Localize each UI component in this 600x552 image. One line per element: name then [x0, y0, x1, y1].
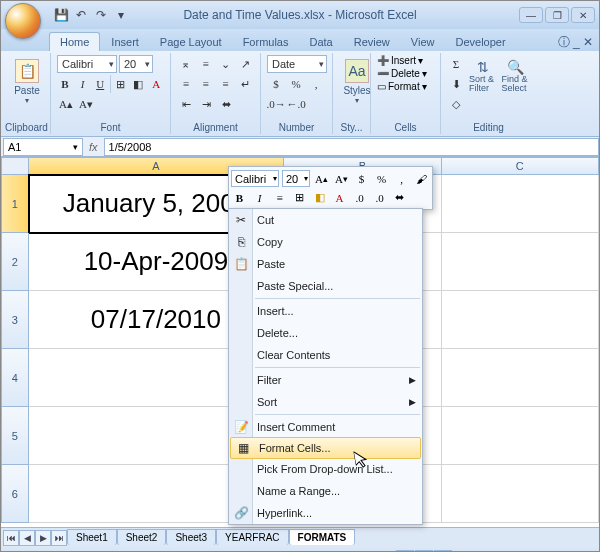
cm-sort[interactable]: Sort▶ [229, 391, 422, 413]
autosum-button[interactable]: Σ [447, 55, 465, 73]
mt-merge[interactable]: ⬌ [391, 189, 408, 206]
mt-shrink-font[interactable]: A▾ [333, 170, 350, 187]
merge-button[interactable]: ⬌ [217, 95, 235, 113]
sheet-tab-5[interactable]: FORMATS [289, 529, 356, 545]
formula-input[interactable]: 1/5/2008 [104, 138, 599, 156]
undo-icon[interactable]: ↶ [73, 7, 89, 23]
orientation-button[interactable]: ↗ [236, 55, 254, 73]
row-header-4[interactable]: 4 [1, 349, 29, 407]
tab-developer[interactable]: Developer [445, 33, 515, 51]
decrease-decimal-button[interactable]: ←.0 [287, 95, 305, 113]
mt-dec-decimal[interactable]: .0 [371, 189, 388, 206]
mt-inc-decimal[interactable]: .0 [351, 189, 368, 206]
paste-button[interactable]: 📋 Paste ▾ [9, 55, 45, 105]
cm-insert[interactable]: Insert... [229, 300, 422, 322]
fill-button[interactable]: ⬇ [447, 75, 465, 93]
clear-button[interactable]: ◇ [447, 95, 465, 113]
sheet-tab-3[interactable]: Sheet3 [166, 529, 216, 545]
decrease-indent-button[interactable]: ⇤ [177, 95, 195, 113]
tab-insert[interactable]: Insert [101, 33, 149, 51]
mt-percent[interactable]: % [373, 170, 390, 187]
sort-filter-button[interactable]: ⇅ Sort & Filter [469, 55, 498, 132]
cells-insert-button[interactable]: ➕Insert ▾ [377, 55, 434, 66]
maximize-button[interactable]: ❐ [545, 7, 569, 23]
mt-currency[interactable]: $ [353, 170, 370, 187]
cm-filter[interactable]: Filter▶ [229, 369, 422, 391]
mt-comma[interactable]: , [393, 170, 410, 187]
help-icon[interactable]: ⓘ _ ✕ [558, 34, 593, 51]
mt-border[interactable]: ⊞ [291, 189, 308, 206]
cells-delete-button[interactable]: ➖Delete ▾ [377, 68, 434, 79]
tab-view[interactable]: View [401, 33, 445, 51]
cm-copy[interactable]: ⎘Copy [229, 231, 422, 253]
cm-pick-list[interactable]: Pick From Drop-down List... [229, 458, 422, 480]
wrap-text-button[interactable]: ↵ [236, 75, 254, 93]
align-top-button[interactable]: ⌅ [177, 55, 195, 73]
cell-c1[interactable] [442, 175, 599, 233]
fill-color-button[interactable]: ◧ [131, 75, 147, 93]
sheet-nav-next[interactable]: ▶ [35, 530, 51, 546]
mt-font-color[interactable]: A [331, 189, 348, 206]
align-left-button[interactable]: ≡ [177, 75, 195, 93]
row-header-1[interactable]: 1 [1, 175, 29, 233]
minimize-button[interactable]: — [519, 7, 543, 23]
sheet-nav-first[interactable]: ⏮ [3, 530, 19, 546]
border-button[interactable]: ⊞ [113, 75, 129, 93]
cm-name-range[interactable]: Name a Range... [229, 480, 422, 502]
cm-cut[interactable]: ✂Cut [229, 209, 422, 231]
cm-format-cells[interactable]: ▦Format Cells... [230, 437, 421, 459]
tab-data[interactable]: Data [299, 33, 342, 51]
align-bottom-button[interactable]: ⌄ [217, 55, 235, 73]
cm-paste[interactable]: 📋Paste [229, 253, 422, 275]
cell-c3[interactable] [442, 291, 599, 349]
currency-button[interactable]: $ [267, 75, 285, 93]
cm-clear[interactable]: Clear Contents [229, 344, 422, 366]
cell-c5[interactable] [442, 407, 599, 465]
cell-c4[interactable] [442, 349, 599, 407]
cells-format-button[interactable]: ▭Format ▾ [377, 81, 434, 92]
mt-bold[interactable]: B [231, 189, 248, 206]
cell-c2[interactable] [442, 233, 599, 291]
row-header-5[interactable]: 5 [1, 407, 29, 465]
cm-hyperlink[interactable]: 🔗Hyperlink... [229, 502, 422, 524]
underline-button[interactable]: U [92, 75, 108, 93]
tab-page-layout[interactable]: Page Layout [150, 33, 232, 51]
italic-button[interactable]: I [75, 75, 91, 93]
sheet-tab-2[interactable]: Sheet2 [117, 529, 167, 545]
align-center-button[interactable]: ≡ [197, 75, 215, 93]
comma-button[interactable]: , [307, 75, 325, 93]
bold-button[interactable]: B [57, 75, 73, 93]
mt-italic[interactable]: I [251, 189, 268, 206]
name-box[interactable]: A1▾ [3, 138, 83, 156]
align-right-button[interactable]: ≡ [217, 75, 235, 93]
mt-grow-font[interactable]: A▴ [313, 170, 330, 187]
row-header-2[interactable]: 2 [1, 233, 29, 291]
mt-center[interactable]: ≡ [271, 189, 288, 206]
cell-c6[interactable] [442, 465, 599, 523]
cm-paste-special[interactable]: Paste Special... [229, 275, 422, 297]
qat-customize-icon[interactable]: ▾ [113, 7, 129, 23]
save-icon[interactable]: 💾 [53, 7, 69, 23]
sheet-tab-1[interactable]: Sheet1 [67, 529, 117, 545]
align-middle-button[interactable]: ≡ [197, 55, 215, 73]
mt-fill-color[interactable]: ◧ [311, 189, 328, 206]
increase-decimal-button[interactable]: .0→ [267, 95, 285, 113]
mt-size-select[interactable]: 20 [282, 170, 310, 187]
fx-label[interactable]: fx [89, 141, 98, 153]
tab-home[interactable]: Home [49, 32, 100, 51]
styles-button[interactable]: Aa Styles ▾ [339, 55, 375, 105]
increase-indent-button[interactable]: ⇥ [197, 95, 215, 113]
sheet-nav-last[interactable]: ⏭ [51, 530, 67, 546]
tab-formulas[interactable]: Formulas [233, 33, 299, 51]
font-size-select[interactable]: 20 [119, 55, 153, 73]
close-button[interactable]: ✕ [571, 7, 595, 23]
row-header-3[interactable]: 3 [1, 291, 29, 349]
mt-font-select[interactable]: Calibri [231, 170, 279, 187]
number-format-select[interactable]: Date [267, 55, 327, 73]
office-button[interactable] [5, 3, 41, 39]
sheet-tab-4[interactable]: YEARFRAC [216, 529, 288, 545]
sheet-nav-prev[interactable]: ◀ [19, 530, 35, 546]
redo-icon[interactable]: ↷ [93, 7, 109, 23]
shrink-font-button[interactable]: A▾ [77, 95, 95, 113]
select-all-corner[interactable] [1, 157, 29, 175]
